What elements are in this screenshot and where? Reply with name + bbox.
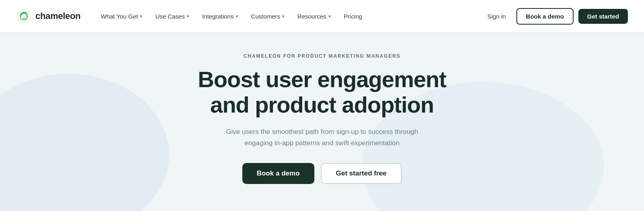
nav-item-use-cases[interactable]: Use Cases ▾: [150, 10, 195, 23]
nav-right: Sign in Book a demo Get started: [482, 8, 628, 25]
nav-item-integrations[interactable]: Integrations ▾: [196, 10, 244, 23]
nav-get-started-button[interactable]: Get started: [578, 9, 628, 24]
hero-title: Boost user engagement and product adopti…: [181, 67, 463, 117]
logo-text: chameleon: [35, 11, 80, 21]
chevron-down-icon: ▾: [140, 14, 142, 19]
chameleon-logo-icon: [16, 8, 31, 24]
nav-item-customers[interactable]: Customers ▾: [246, 10, 291, 23]
nav-item-resources[interactable]: Resources ▾: [292, 10, 336, 23]
chevron-down-icon: ▾: [282, 14, 285, 19]
nav-left: chameleon What You Get ▾ Use Cases ▾ Int…: [16, 8, 368, 24]
nav-links: What You Get ▾ Use Cases ▾ Integrations …: [95, 10, 367, 23]
hero-get-started-button[interactable]: Get started free: [321, 163, 402, 184]
svg-point-0: [16, 8, 31, 24]
hero-subtitle: Give users the smoothest path from sign-…: [213, 126, 431, 148]
hero-section: CHAMELEON FOR PRODUCT MARKETING MANAGERS…: [0, 32, 644, 184]
hero-book-demo-button[interactable]: Book a demo: [242, 163, 314, 184]
sign-in-button[interactable]: Sign in: [482, 10, 512, 23]
chevron-down-icon: ▾: [236, 14, 238, 19]
logo-link[interactable]: chameleon: [16, 8, 80, 24]
nav-item-what-you-get[interactable]: What You Get ▾: [95, 10, 148, 23]
navbar: chameleon What You Get ▾ Use Cases ▾ Int…: [0, 0, 644, 32]
nav-item-pricing[interactable]: Pricing: [338, 10, 368, 23]
svg-point-2: [26, 13, 27, 14]
hero-buttons: Book a demo Get started free: [242, 163, 402, 184]
chevron-down-icon: ▾: [328, 14, 331, 19]
chevron-down-icon: ▾: [187, 14, 189, 19]
hero-eyebrow: CHAMELEON FOR PRODUCT MARKETING MANAGERS: [244, 53, 400, 59]
nav-book-demo-button[interactable]: Book a demo: [516, 8, 574, 25]
